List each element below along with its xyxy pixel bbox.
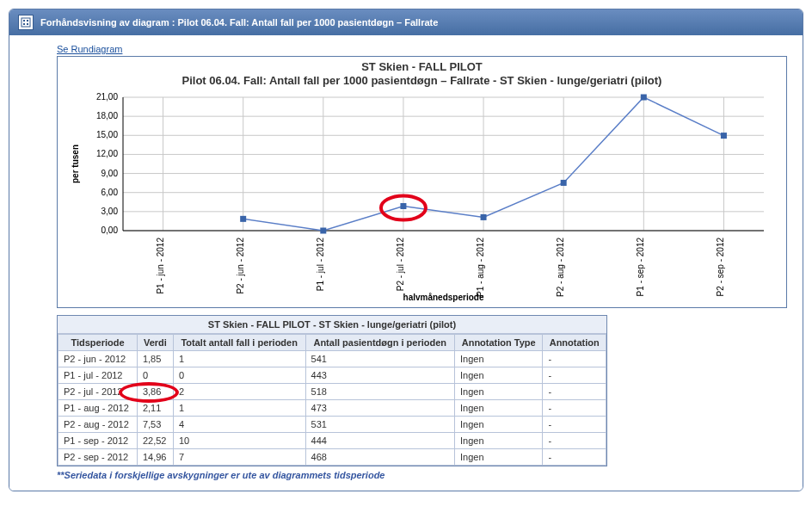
svg-rect-3 bbox=[23, 23, 25, 25]
table-cell: 518 bbox=[305, 383, 454, 399]
svg-rect-47 bbox=[721, 133, 727, 139]
svg-rect-42 bbox=[320, 227, 326, 233]
table-cell: 468 bbox=[305, 448, 454, 465]
svg-rect-0 bbox=[22, 18, 30, 27]
table-cell: P1 - sep - 2012 bbox=[58, 432, 138, 448]
table-cell: 7 bbox=[173, 448, 305, 465]
svg-text:6,00: 6,00 bbox=[102, 187, 119, 196]
table-row: P1 - aug - 20122,111473Ingen- bbox=[58, 399, 606, 416]
chart-title-line1: ST Skien - FALL PILOT bbox=[361, 60, 483, 73]
svg-text:15,00: 15,00 bbox=[96, 130, 118, 139]
table-cell: P2 - jul - 2012 bbox=[58, 383, 138, 399]
svg-text:9,00: 9,00 bbox=[102, 168, 119, 177]
panel-title: Forhåndsvisning av diagram : Pilot 06.04… bbox=[40, 17, 438, 28]
svg-text:P2 - sep - 2012: P2 - sep - 2012 bbox=[716, 237, 725, 296]
table-header: Verdi bbox=[137, 334, 173, 350]
svg-text:3,00: 3,00 bbox=[102, 206, 119, 215]
svg-rect-2 bbox=[27, 20, 28, 22]
svg-text:P2 - jun - 2012: P2 - jun - 2012 bbox=[236, 237, 245, 293]
svg-text:P1 - aug - 2012: P1 - aug - 2012 bbox=[476, 237, 485, 296]
table-cell: P2 - jun - 2012 bbox=[58, 350, 138, 367]
table-caption: ST Skien - FALL PILOT - ST Skien - lunge… bbox=[58, 316, 606, 334]
panel-body: Se Rundiagram ST Skien - FALL PILOT Pilo… bbox=[9, 35, 803, 491]
table-cell: Ingen bbox=[455, 448, 543, 465]
table-cell: 541 bbox=[305, 350, 454, 367]
line-chart: 0,003,006,009,0012,0015,0018,0021,00P1 -… bbox=[63, 89, 777, 304]
table-row: P1 - sep - 201222,5210444Ingen- bbox=[58, 432, 606, 448]
table-cell: Ingen bbox=[455, 383, 543, 399]
table-header: Totalt antall fall i perioden bbox=[173, 334, 305, 350]
table-cell: Ingen bbox=[455, 367, 543, 383]
table-cell: 7,53 bbox=[137, 416, 173, 432]
table-cell: - bbox=[543, 350, 606, 367]
svg-rect-1 bbox=[23, 20, 25, 22]
table-cell: - bbox=[543, 432, 606, 448]
table-cell: P1 - jul - 2012 bbox=[58, 367, 138, 383]
svg-rect-44 bbox=[481, 213, 487, 219]
svg-text:per tusen: per tusen bbox=[71, 144, 80, 182]
panel-header: Forhåndsvisning av diagram : Pilot 06.04… bbox=[9, 9, 803, 35]
table-cell: 473 bbox=[305, 399, 454, 416]
table-cell: - bbox=[543, 367, 606, 383]
table-cell: 3,86 bbox=[137, 383, 173, 399]
svg-text:halvmånedsperiode: halvmånedsperiode bbox=[403, 293, 484, 302]
svg-text:P1 - sep - 2012: P1 - sep - 2012 bbox=[636, 237, 645, 296]
table-cell: - bbox=[543, 383, 606, 399]
table-header: Tidsperiode bbox=[58, 334, 138, 350]
svg-text:P1 - jun - 2012: P1 - jun - 2012 bbox=[156, 237, 165, 293]
table-cell: 0 bbox=[173, 367, 305, 383]
table-cell: 1 bbox=[173, 399, 305, 416]
table-cell: - bbox=[543, 416, 606, 432]
table-row: P2 - jun - 20121,851541Ingen- bbox=[58, 350, 606, 367]
panel: Forhåndsvisning av diagram : Pilot 06.04… bbox=[9, 9, 803, 491]
table-header: Annotation Type bbox=[455, 334, 543, 350]
table-cell: P2 - aug - 2012 bbox=[58, 416, 138, 432]
svg-rect-41 bbox=[240, 215, 246, 221]
table-cell: Ingen bbox=[455, 416, 543, 432]
data-table: ST Skien - FALL PILOT - ST Skien - lunge… bbox=[58, 316, 606, 466]
svg-text:12,00: 12,00 bbox=[96, 149, 118, 158]
table-cell: - bbox=[543, 448, 606, 465]
table-cell: 2 bbox=[173, 383, 305, 399]
svg-rect-45 bbox=[561, 179, 567, 185]
table-cell: 14,96 bbox=[137, 448, 173, 465]
svg-rect-46 bbox=[641, 94, 647, 100]
table-cell: 0 bbox=[137, 367, 173, 383]
data-table-container: ST Skien - FALL PILOT - ST Skien - lunge… bbox=[57, 315, 607, 466]
table-cell: - bbox=[543, 399, 606, 416]
rundiagram-link[interactable]: Se Rundiagram bbox=[57, 44, 122, 54]
table-cell: 22,52 bbox=[137, 432, 173, 448]
table-cell: P2 - sep - 2012 bbox=[58, 448, 138, 465]
svg-text:P2 - jul - 2012: P2 - jul - 2012 bbox=[396, 237, 405, 291]
table-row: P2 - sep - 201214,967468Ingen- bbox=[58, 448, 606, 465]
chart-title-line2: Pilot 06.04. Fall: Antall fall per 1000 … bbox=[182, 74, 662, 87]
footnote: **Seriedata i forskjellige avskygninger … bbox=[57, 470, 787, 480]
table-header: Antall pasientdøgn i perioden bbox=[305, 334, 454, 350]
table-cell: Ingen bbox=[455, 399, 543, 416]
table-header: Annotation bbox=[543, 334, 606, 350]
svg-text:P2 - aug - 2012: P2 - aug - 2012 bbox=[556, 237, 565, 296]
svg-text:21,00: 21,00 bbox=[96, 92, 118, 102]
table-cell: 531 bbox=[305, 416, 454, 432]
table-cell: 4 bbox=[173, 416, 305, 432]
table-cell: Ingen bbox=[455, 432, 543, 448]
building-icon bbox=[18, 15, 34, 30]
table-cell: 443 bbox=[305, 367, 454, 383]
table-cell: 1,85 bbox=[137, 350, 173, 367]
chart-title: ST Skien - FALL PILOT Pilot 06.04. Fall:… bbox=[63, 60, 781, 89]
table-row: P2 - aug - 20127,534531Ingen- bbox=[58, 416, 606, 432]
table-cell: P1 - aug - 2012 bbox=[58, 399, 138, 416]
table-cell: 444 bbox=[305, 432, 454, 448]
svg-text:18,00: 18,00 bbox=[96, 111, 118, 120]
svg-rect-43 bbox=[400, 203, 406, 209]
table-cell: Ingen bbox=[455, 350, 543, 367]
table-cell: 1 bbox=[173, 350, 305, 367]
chart-container: ST Skien - FALL PILOT Pilot 06.04. Fall:… bbox=[57, 56, 787, 308]
svg-rect-4 bbox=[27, 23, 28, 25]
table-cell: 2,11 bbox=[137, 399, 173, 416]
svg-text:0,00: 0,00 bbox=[102, 225, 119, 235]
svg-text:P1 - jul - 2012: P1 - jul - 2012 bbox=[316, 237, 325, 291]
table-row: P1 - jul - 201200443Ingen- bbox=[58, 367, 606, 383]
table-cell: 10 bbox=[173, 432, 305, 448]
table-row: P2 - jul - 20123,862518Ingen- bbox=[58, 383, 606, 399]
